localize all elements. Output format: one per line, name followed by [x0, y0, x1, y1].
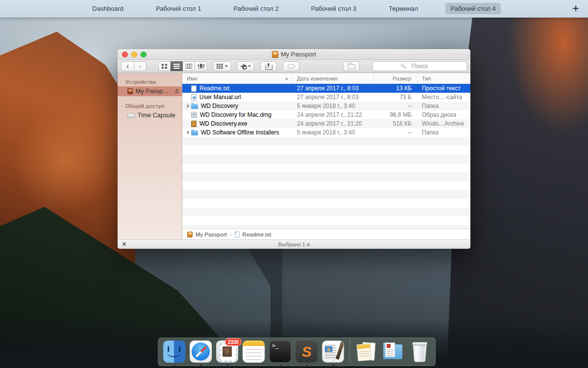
new-folder-button[interactable] — [343, 61, 360, 71]
tab-desktop-4[interactable]: Рабочий стол 4 — [445, 3, 500, 14]
finder-window: My Passport ‹ › — [118, 49, 470, 249]
eject-icon[interactable] — [174, 89, 179, 93]
time-capsule-icon — [127, 113, 135, 118]
arrange-icon — [217, 64, 223, 69]
disclosure-triangle-icon[interactable] — [185, 104, 191, 108]
dock-item-documents-stack[interactable] — [355, 341, 377, 363]
column-header-type[interactable]: Тип — [417, 73, 470, 83]
file-date: 24 апреля 2017 г., 21:20 — [293, 120, 374, 127]
tab-terminal[interactable]: Терминал — [384, 3, 423, 14]
folder-icon — [348, 64, 355, 69]
tab-desktop-1[interactable]: Рабочий стол 1 — [151, 3, 206, 14]
file-row[interactable]: WD Discovery.exe 24 апреля 2017 г., 21:2… — [182, 119, 470, 128]
running-indicator — [332, 365, 334, 367]
file-row[interactable]: Readme.txt 27 апреля 2017 г., 8:03 13 КБ… — [182, 84, 470, 93]
path-segment[interactable]: Readme.txt — [243, 232, 271, 237]
coverflow-view-icon — [198, 64, 204, 69]
file-name: WD Software Offline Installers — [201, 129, 279, 136]
back-icon: ‹ — [126, 62, 129, 70]
dock-item-sublime-text[interactable] — [295, 341, 318, 363]
file-row[interactable]: User Manual.url 27 апреля 2017 г., 8:03 … — [182, 93, 470, 102]
dock-item-notes[interactable] — [243, 341, 265, 363]
tag-icon — [288, 64, 295, 69]
forward-button[interactable]: › — [134, 61, 147, 71]
forward-icon: › — [139, 62, 142, 70]
file-name: User Manual.url — [199, 94, 241, 101]
grid-view-icon — [162, 64, 168, 69]
file-type: Папка — [417, 129, 470, 136]
column-header-date[interactable]: Дата изменения — [293, 73, 374, 83]
wallpaper-glow — [12, 109, 118, 214]
window-title-text: My Passport — [281, 51, 316, 58]
file-size: -- — [374, 103, 417, 109]
file-date: 24 апреля 2017 г., 21:22 — [293, 111, 374, 118]
running-indicator — [200, 365, 202, 367]
list-body[interactable]: Readme.txt 27 апреля 2017 г., 8:03 13 КБ… — [182, 84, 470, 229]
disclosure-triangle-icon[interactable] — [185, 131, 191, 134]
file-row[interactable]: WD Software Offline Installers 5 января … — [182, 128, 470, 137]
file-type: Папка — [417, 103, 470, 109]
file-name: WD Discovery.exe — [199, 120, 247, 127]
chevron-right-icon: › — [230, 232, 232, 237]
list-view-button[interactable] — [171, 61, 183, 71]
navigation-buttons: ‹ › — [121, 61, 147, 71]
zoom-window-button[interactable] — [141, 52, 147, 57]
column-header-name[interactable]: Имя — [182, 73, 293, 83]
running-indicator — [306, 365, 308, 367]
arrange-button[interactable] — [213, 61, 231, 71]
sidebar-item-label: Time Capsule — [138, 112, 175, 119]
column-header-size[interactable]: Размер — [374, 73, 417, 83]
running-indicator — [173, 365, 175, 367]
close-window-button[interactable] — [122, 52, 128, 57]
file-date: 5 января 2018 г., 3:40 — [293, 129, 374, 136]
file-type: Windo…Archive — [417, 120, 470, 127]
icon-view-button[interactable] — [158, 61, 171, 71]
tab-desktop-3[interactable]: Рабочий стол 3 — [306, 3, 361, 14]
spaces-bar: Dashboard Рабочий стол 1 Рабочий стол 2 … — [0, 0, 588, 18]
file-size: 13 КБ — [374, 85, 417, 92]
dock-divider — [349, 339, 350, 363]
share-button[interactable] — [260, 61, 277, 71]
file-type: Простой текст — [417, 85, 470, 92]
action-menu-button[interactable] — [237, 61, 254, 71]
list-header: Имя Дата изменения Размер Тип — [182, 73, 470, 84]
sidebar-item-my-passport[interactable]: My Passp… — [118, 86, 182, 96]
dock-item-textedit[interactable] — [322, 341, 344, 363]
window-title: My Passport — [272, 51, 316, 58]
add-space-button[interactable]: + — [572, 2, 579, 15]
dock-item-mail[interactable]: 2330 — [216, 341, 238, 363]
file-name: Readme.txt — [199, 85, 229, 92]
tab-dashboard[interactable]: Dashboard — [87, 3, 128, 14]
search-input[interactable] — [372, 61, 467, 71]
external-drive-icon — [272, 51, 278, 58]
minimize-window-button[interactable] — [131, 52, 137, 57]
status-bar: ✕ Выбрано 1 и — [118, 239, 470, 249]
path-segment[interactable]: My Passport — [196, 232, 227, 237]
close-icon[interactable]: ✕ — [122, 241, 127, 248]
coverflow-view-button[interactable] — [195, 61, 207, 71]
dock-item-safari[interactable] — [190, 341, 212, 363]
documents-stack-icon — [355, 341, 377, 363]
tab-desktop-2[interactable]: Рабочий стол 2 — [228, 3, 283, 14]
trash-icon — [408, 341, 430, 363]
column-view-button[interactable] — [183, 61, 195, 71]
list-view-icon — [173, 64, 180, 69]
file-name: WD Discovery for Mac.dmg — [200, 111, 271, 118]
sidebar-section-devices: Устройства — [118, 77, 182, 86]
dock-item-trash[interactable] — [408, 341, 430, 363]
sublime-text-icon — [295, 341, 318, 363]
file-row[interactable]: WD Discovery 5 января 2018 г., 3:40 -- П… — [182, 102, 470, 110]
finder-toolbar: ‹ › — [118, 60, 470, 73]
file-size: 96,6 МБ — [374, 111, 417, 118]
dock-item-finder[interactable] — [163, 341, 185, 363]
tags-button[interactable] — [283, 61, 299, 71]
back-button[interactable]: ‹ — [121, 61, 134, 71]
sidebar-item-time-capsule[interactable]: Time Capsule — [118, 110, 182, 120]
file-row[interactable]: WD Discovery for Mac.dmg 24 апреля 2017 … — [182, 110, 470, 119]
running-indicator — [226, 365, 228, 367]
window-titlebar[interactable]: My Passport — [118, 49, 470, 60]
path-bar: My Passport › Readme.txt — [182, 229, 470, 239]
dock-item-terminal[interactable] — [269, 341, 291, 363]
chevron-down-icon — [225, 65, 228, 67]
dock-item-downloads-folder[interactable] — [382, 341, 404, 363]
